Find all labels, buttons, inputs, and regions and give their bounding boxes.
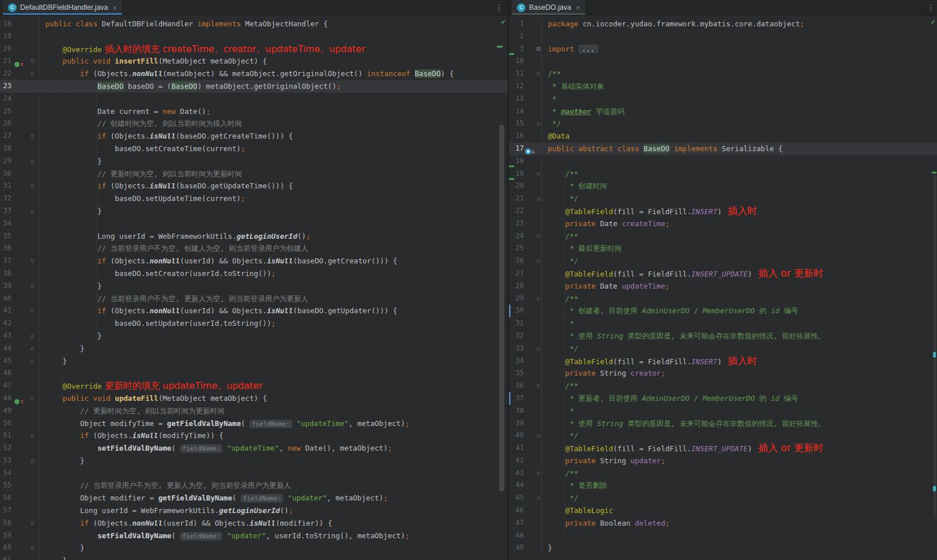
line-number[interactable]: 21 — [511, 192, 524, 205]
line-number[interactable]: 17 — [511, 143, 524, 155]
vcs-stripe-mark[interactable] — [932, 172, 936, 173]
code-text[interactable]: * @author 芋道源码 — [542, 105, 937, 118]
code-line[interactable]: 44 * 是否删除 — [509, 479, 937, 492]
line-number[interactable]: 31 — [511, 317, 524, 330]
code-line[interactable]: 40⌂ */ — [509, 429, 937, 442]
line-number[interactable]: 38 — [0, 267, 11, 280]
code-line[interactable]: 16@Data — [509, 130, 937, 143]
code-text[interactable]: * 最后更新时间 — [542, 242, 937, 255]
code-text[interactable]: @TableField(fill = FieldFill.INSERT) 插入时 — [542, 205, 937, 218]
code-line[interactable]: 48↑⌂ public void updateFill(MetaObject m… — [0, 392, 508, 405]
code-text[interactable] — [542, 30, 937, 43]
line-number[interactable]: 22 — [0, 68, 11, 80]
line-number[interactable]: 37 — [0, 255, 11, 267]
fold-marker-icon[interactable]: ⌂ — [535, 168, 542, 180]
line-number[interactable]: 13 — [511, 93, 524, 105]
code-text[interactable]: Long userId = WebFrameworkUtils.getLogin… — [39, 230, 508, 243]
code-line[interactable]: 42 baseDO.setUpdater(userId.toString()); — [0, 317, 508, 330]
fold-marker-icon[interactable]: ⌂ — [535, 230, 542, 243]
code-text[interactable]: if (Objects.nonNull(userId) && Objects.i… — [39, 255, 508, 267]
code-line[interactable]: 24⌂ /** — [509, 230, 937, 243]
code-line[interactable]: 26 // 创建时间为空, 则以当前时间为插入时间 — [0, 117, 508, 130]
line-number[interactable]: 56 — [0, 492, 11, 504]
line-number[interactable]: 37 — [511, 392, 524, 405]
fold-marker-icon[interactable]: ⌂ — [535, 117, 542, 130]
code-line[interactable]: 53⌂ } — [0, 455, 508, 467]
fold-marker-icon[interactable]: ⌂ — [535, 293, 542, 305]
code-line[interactable]: 1package cn.iocoder.yudao.framework.myba… — [509, 18, 937, 30]
code-text[interactable]: * 使用 String 类型的原因是, 未来可能会存在非数值的情况, 留好拓展性… — [542, 330, 937, 342]
code-text[interactable]: // 当前登录用户不为空, 创建人为空, 则当前登录用户为创建人 — [39, 242, 508, 255]
line-number[interactable]: 16 — [511, 130, 524, 143]
close-icon[interactable]: × — [576, 4, 581, 11]
code-line[interactable]: 54 — [0, 467, 508, 480]
code-line[interactable]: 37⌂ if (Objects.nonNull(userId) && Objec… — [0, 255, 508, 267]
line-number[interactable]: 28 — [0, 143, 11, 155]
line-number[interactable]: 34 — [0, 218, 11, 230]
vcs-stripe-mark[interactable] — [497, 46, 503, 48]
code-text[interactable]: if (Objects.isNull(baseDO.getCreateTime(… — [39, 130, 508, 143]
line-number[interactable]: 27 — [511, 267, 524, 280]
code-text[interactable]: if (Objects.isNull(baseDO.getUpdateTime(… — [39, 180, 508, 192]
line-number[interactable]: 21 — [0, 55, 11, 68]
fold-marker-icon[interactable]: ⌂ — [25, 68, 39, 80]
code-text[interactable]: * 创建时间 — [542, 180, 937, 192]
code-text[interactable]: Object modifier = getFieldValByName( fie… — [39, 492, 508, 504]
code-line[interactable]: 52 setFieldValByName( fieldName: "update… — [0, 442, 508, 455]
tab-options-icon[interactable]: ⋮ — [927, 3, 935, 12]
line-number[interactable]: 53 — [0, 455, 11, 467]
line-number[interactable]: 58 — [0, 517, 11, 530]
code-text[interactable]: */ — [542, 492, 937, 504]
code-line[interactable]: 49 // 更新时间为空, 则以当前时间为更新时间 — [0, 405, 508, 417]
fold-marker-icon[interactable]: ⌂ — [25, 55, 39, 68]
code-line[interactable]: 20 * 创建时间 — [509, 180, 937, 192]
code-text[interactable]: package cn.iocoder.yudao.framework.mybat… — [542, 18, 937, 30]
code-line[interactable]: 34 — [0, 218, 508, 230]
code-text[interactable]: // 创建时间为空, 则以当前时间为插入时间 — [39, 117, 508, 130]
code-line[interactable]: 29⌂ } — [0, 155, 508, 168]
code-text[interactable]: private String creator; — [542, 367, 937, 380]
line-number[interactable]: 31 — [0, 180, 11, 192]
fold-marker-icon[interactable]: ⌂ — [25, 392, 39, 405]
vcs-add-marker[interactable] — [509, 178, 514, 180]
close-icon[interactable]: × — [113, 4, 117, 11]
code-line[interactable]: 27⌂ if (Objects.isNull(baseDO.getCreateT… — [0, 130, 508, 143]
code-text[interactable]: setFieldValByName( fieldName: "updateTim… — [39, 442, 508, 455]
code-text[interactable] — [542, 530, 937, 542]
line-number[interactable]: 29 — [511, 293, 524, 305]
code-text[interactable]: @TableField(fill = FieldFill.INSERT_UPDA… — [542, 442, 937, 455]
code-line[interactable]: 27 @TableField(fill = FieldFill.INSERT_U… — [509, 267, 937, 280]
code-line[interactable]: 17↓public abstract class BaseDO implemen… — [509, 143, 937, 155]
folded-imports-chip[interactable]: ... — [578, 45, 598, 53]
code-line[interactable]: 43⌂ /** — [509, 467, 937, 480]
code-line[interactable]: 19 — [0, 30, 508, 43]
code-text[interactable]: } — [39, 342, 508, 355]
code-line[interactable]: 14 * @author 芋道源码 — [509, 105, 937, 118]
line-number[interactable]: 50 — [0, 417, 11, 430]
code-line[interactable]: 51⌂ if (Objects.isNull(modifyTime)) { — [0, 429, 508, 442]
line-number[interactable]: 44 — [511, 479, 524, 492]
code-text[interactable] — [542, 55, 937, 68]
line-number[interactable]: 43 — [511, 467, 524, 480]
code-line[interactable]: 29⌂ /** — [509, 293, 937, 305]
code-line[interactable]: 40 // 当前登录用户不为空, 更新人为空, 则当前登录用户为更新人 — [0, 293, 508, 305]
code-line[interactable]: 39⌂ } — [0, 280, 508, 293]
line-number[interactable]: 33 — [0, 205, 11, 218]
code-line[interactable]: 24 — [0, 93, 508, 105]
line-number[interactable]: 41 — [0, 305, 11, 317]
code-text[interactable]: setFieldValByName( fieldName: "updater",… — [39, 530, 508, 542]
code-line[interactable]: 60⌂ } — [0, 542, 508, 554]
fold-marker-icon[interactable]: ⌂ — [25, 355, 39, 368]
code-line[interactable]: 2 — [509, 30, 937, 43]
vcs-change-marker[interactable] — [509, 305, 511, 317]
code-text[interactable]: /** — [542, 380, 937, 392]
code-text[interactable]: baseDO.setUpdater(userId.toString()); — [39, 317, 508, 330]
highlighted-identifier[interactable]: BaseDO — [97, 82, 124, 90]
code-text[interactable]: private String updater; — [542, 455, 937, 467]
code-text[interactable] — [39, 367, 508, 380]
code-text[interactable]: */ — [542, 192, 937, 205]
line-number[interactable]: 46 — [511, 504, 524, 517]
line-number[interactable]: 48 — [0, 392, 11, 405]
code-text[interactable]: private Boolean deleted; — [542, 517, 937, 530]
code-editor-left[interactable]: 18public class DefaultDBFieldHandler imp… — [0, 15, 508, 560]
